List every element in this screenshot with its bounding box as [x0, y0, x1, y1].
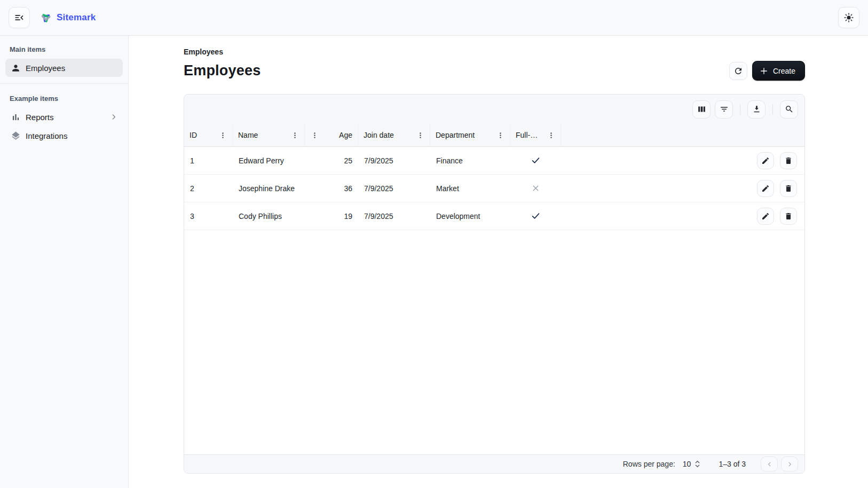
column-header-label: Join date	[364, 131, 394, 139]
cell-full-time	[510, 202, 561, 230]
sun-icon	[843, 12, 854, 23]
columns-icon	[697, 105, 706, 114]
person-icon	[11, 63, 21, 73]
pencil-icon	[761, 184, 770, 193]
cell-join-date: 7/9/2025	[358, 175, 430, 202]
cross-icon	[531, 184, 540, 193]
check-icon	[531, 211, 541, 221]
delete-button[interactable]	[780, 208, 797, 225]
sidebar-section-example-items: Example items	[0, 90, 128, 107]
edit-button[interactable]	[757, 208, 774, 225]
topbar: Sitemark	[0, 0, 868, 36]
cell-department: Market	[430, 175, 510, 202]
column-header-label: Department	[436, 131, 475, 139]
sidebar-item-label: Integrations	[26, 131, 67, 140]
delete-button[interactable]	[780, 180, 797, 197]
cell-id: 3	[184, 202, 233, 230]
chevron-right-icon	[110, 113, 117, 121]
column-menu-icon[interactable]	[310, 131, 319, 139]
create-button[interactable]: Create	[752, 61, 805, 81]
column-menu-icon[interactable]	[218, 131, 227, 139]
column-menu-icon[interactable]	[496, 131, 504, 139]
column-header-department[interactable]: Department	[430, 124, 510, 146]
cell-actions	[561, 202, 804, 230]
trash-icon	[784, 184, 793, 193]
sidebar-item-integrations[interactable]: Integrations	[5, 127, 123, 145]
cell-id: 2	[184, 175, 233, 202]
refresh-icon	[733, 66, 743, 76]
export-button[interactable]	[747, 100, 766, 119]
column-header-age[interactable]: Age	[305, 124, 358, 146]
toolbar-divider	[772, 104, 773, 115]
table-row[interactable]: 2 Josephine Drake 36 7/9/2025 Market	[184, 175, 804, 202]
column-header-label: ID	[190, 131, 197, 139]
delete-button[interactable]	[780, 152, 797, 169]
filter-button[interactable]	[715, 100, 733, 119]
edit-button[interactable]	[757, 180, 774, 197]
cell-actions	[561, 147, 804, 174]
table-row[interactable]: 3 Cody Phillips 19 7/9/2025 Development	[184, 202, 804, 230]
column-header-id[interactable]: ID	[184, 124, 233, 146]
pencil-icon	[761, 156, 770, 165]
chevron-right-icon	[786, 461, 793, 468]
column-header-join-date[interactable]: Join date	[358, 124, 430, 146]
cell-id: 1	[184, 147, 233, 174]
pencil-icon	[761, 212, 770, 221]
spinner-icon	[695, 460, 700, 468]
sidebar-item-label: Employees	[26, 64, 65, 73]
search-button[interactable]	[780, 100, 798, 119]
table-row[interactable]: 1 Edward Perry 25 7/9/2025 Finance	[184, 147, 804, 175]
grid-footer: Rows per page: 10 1–3 of 3	[184, 454, 804, 473]
rows-per-page-label: Rows per page:	[623, 460, 675, 468]
column-header-full-time[interactable]: Full-…	[510, 124, 561, 146]
cell-name: Cody Phillips	[233, 202, 305, 230]
rows-per-page-value: 10	[683, 460, 691, 468]
trash-icon	[784, 156, 793, 165]
layers-icon	[11, 131, 21, 141]
cell-name: Edward Perry	[233, 147, 305, 174]
cell-department: Development	[430, 202, 510, 230]
edit-button[interactable]	[757, 152, 774, 169]
cell-age: 25	[305, 147, 358, 174]
column-header-actions	[561, 124, 804, 146]
create-button-label: Create	[773, 67, 795, 75]
column-menu-icon[interactable]	[290, 131, 299, 139]
cell-full-time	[510, 147, 561, 174]
cell-age: 19	[305, 202, 358, 230]
next-page-button[interactable]	[781, 456, 798, 471]
column-menu-icon[interactable]	[547, 131, 555, 139]
page-title: Employees	[184, 62, 261, 79]
search-icon	[785, 105, 794, 114]
refresh-button[interactable]	[729, 62, 747, 80]
plus-icon	[760, 67, 768, 75]
check-icon	[531, 155, 541, 166]
brand-name: Sitemark	[57, 12, 96, 23]
cell-join-date: 7/9/2025	[358, 147, 430, 174]
theme-toggle-button[interactable]	[838, 7, 859, 28]
brand: Sitemark	[39, 11, 96, 25]
column-header-name[interactable]: Name	[233, 124, 305, 146]
column-menu-icon[interactable]	[416, 131, 424, 139]
main-content: Employees Employees	[129, 36, 868, 488]
previous-page-button[interactable]	[761, 456, 778, 471]
cell-department: Finance	[430, 147, 510, 174]
chevron-left-icon	[766, 461, 773, 468]
menu-toggle-button[interactable]	[9, 7, 30, 28]
grid-header-row: ID Name	[184, 124, 804, 147]
bar-chart-icon	[11, 112, 21, 122]
sidebar-divider	[0, 83, 128, 84]
column-header-label: Age	[339, 131, 352, 139]
columns-button[interactable]	[692, 100, 711, 119]
sidebar: Main items Employees Example items Repor	[0, 36, 129, 488]
data-grid: ID Name	[184, 94, 805, 474]
sidebar-item-reports[interactable]: Reports	[5, 108, 123, 126]
cell-actions	[561, 175, 804, 202]
sidebar-section-main-items: Main items	[0, 41, 128, 58]
app-root: Sitemark Main items	[0, 0, 868, 488]
column-header-label: Name	[238, 131, 258, 139]
menu-open-icon	[14, 12, 25, 23]
sidebar-item-employees[interactable]: Employees	[5, 59, 123, 77]
cell-name: Josephine Drake	[233, 175, 305, 202]
rows-per-page-select[interactable]: 10	[683, 460, 701, 468]
grid-empty-area	[184, 230, 804, 454]
